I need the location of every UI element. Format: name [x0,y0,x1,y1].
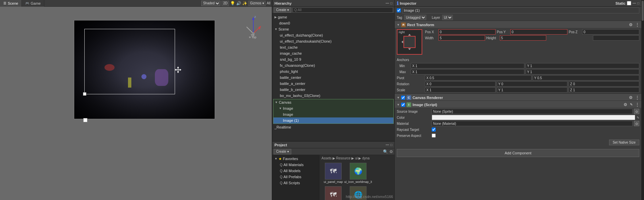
list-item[interactable]: Image [273,111,393,117]
list-item[interactable]: snd_bg_10 9 [272,56,394,62]
project-minimize[interactable]: — [386,143,389,147]
asset-item[interactable]: 🗺 ui_panel_map [321,162,345,184]
object-name-field[interactable] [402,7,639,13]
min-x-field[interactable] [411,63,524,68]
inspector-icon: ℹ [397,1,398,6]
list-item[interactable]: text_cache [272,44,394,50]
list-item[interactable]: ui_effect_duizhang(Clone) [272,32,394,38]
set-native-size-btn[interactable]: Set Native Size [609,140,639,145]
image-script-header[interactable]: ▼ I Image (Script) ⚙ ✎ ⋮ [395,101,641,108]
hierarchy-create-btn[interactable]: Create ▾ [274,7,291,13]
inspector-minimize[interactable]: — [633,1,636,5]
width-field[interactable] [438,35,485,41]
list-item-selected[interactable]: Image (1) [273,117,393,123]
fx-icon[interactable]: ✨ [242,1,247,6]
list-item[interactable]: Q All Materials [273,162,318,168]
list-item[interactable]: battle_center [272,74,394,81]
rect-transform-dots[interactable]: ⋮ [635,22,639,27]
asset-item[interactable]: 🌍 ui_icon_worldmap_3 [346,162,370,184]
rot-x-field[interactable] [425,81,496,87]
layer-select[interactable]: UI [442,15,453,20]
pivot-x-field[interactable] [425,75,531,81]
inspector-maximize[interactable]: □ [637,1,639,5]
list-item[interactable]: Q All Scripts [273,180,318,186]
project-maximize[interactable]: □ [390,143,392,147]
rect-transform-settings[interactable]: ⚙ [629,22,633,27]
min-y-field[interactable] [526,63,639,68]
settings-icon[interactable]: ⚙ [389,149,393,154]
project-header: Project — □ [272,142,394,148]
light-icon[interactable]: 💡 [230,1,235,6]
list-item[interactable]: image_cache [272,50,394,56]
max-x-field[interactable] [411,69,524,74]
max-y-field[interactable] [526,69,639,74]
pivot-label: Pivot [397,76,424,80]
anchor-widget[interactable]: right [397,29,422,55]
source-image-field[interactable] [432,109,633,114]
audio-icon[interactable]: 🔊 [236,1,241,6]
transform-handle[interactable] [83,118,87,122]
source-image-pick-btn[interactable]: ⊙ [634,109,639,114]
list-item-canvas[interactable]: ▼ Canvas [273,99,393,105]
list-item[interactable]: battle_a_center [272,81,394,87]
list-item[interactable]: Q All Prefabs [273,174,318,180]
search-icon[interactable]: 🔍 [383,149,388,154]
add-component-btn[interactable]: Add Component [397,149,639,157]
scale-y-field[interactable] [497,87,567,93]
scale-x-field[interactable] [425,87,496,93]
img-edit[interactable]: ✎ [630,103,633,106]
gizmos-btn[interactable]: Gizmos ▾ [248,1,266,6]
hierarchy-item-label: Scene [278,27,289,31]
material-pick-btn[interactable]: ⊙ [634,121,639,126]
posz-field[interactable] [582,29,639,35]
rect-transform-header[interactable]: ▼ R Rect Transform ⚙ ⋮ [395,21,641,28]
two-d-toggle[interactable]: 2D [221,1,229,6]
preserve-checkbox[interactable] [432,134,436,138]
color-swatch[interactable] [432,115,635,120]
color-edit-icon[interactable]: ✎ [637,116,639,119]
rot-y-field[interactable] [497,81,567,87]
tab-game[interactable]: 🎮 Game [22,0,44,7]
asset-item[interactable]: 🗺 ui_icon_worldmap_8 [321,186,345,200]
posy-field[interactable] [510,29,567,35]
shaded-select[interactable]: Shaded [201,1,220,6]
list-item[interactable]: battle_b_center [272,87,394,93]
tag-select[interactable]: Untagged [404,15,426,20]
hierarchy-minimize[interactable]: — [386,1,389,5]
object-active-checkbox[interactable] [397,8,401,12]
hierarchy-search[interactable] [293,7,393,13]
list-item[interactable]: down0 [272,20,394,26]
img-dots[interactable]: ⋮ [635,102,639,107]
hierarchy-item-label: Canvas [279,100,291,104]
height-field[interactable] [500,35,547,41]
project-create-btn[interactable]: Create ▾ [274,149,291,154]
tab-scene[interactable]: ☰ Scene [0,0,22,7]
list-item[interactable]: _Realtime [272,124,394,130]
list-item[interactable]: Q All Models [273,168,318,174]
top-label: ≡ Top [249,36,256,39]
inspector-scrollbar[interactable] [641,0,644,200]
canvas-renderer-header[interactable]: ▼ C Canvas Renderer ⚙ ⋮ [395,94,641,101]
img-settings[interactable]: ⚙ [624,102,627,107]
list-item[interactable]: ▼ Scene [272,26,394,32]
canvas-renderer-icon: C [406,95,411,100]
list-item[interactable]: bo_mx_laohu_03(Clone) [272,93,394,99]
list-item[interactable]: ▶ game [272,14,394,20]
scale-z-field[interactable] [569,87,639,93]
material-field[interactable] [432,121,633,126]
extra-field[interactable] [593,35,640,41]
hierarchy-maximize[interactable]: □ [390,1,392,5]
list-item[interactable]: ▼ Image [273,105,393,111]
list-item[interactable]: photo_light [272,68,394,74]
list-item[interactable]: fx_chuansong(Clone) [272,62,394,68]
static-checkbox[interactable] [627,1,631,5]
move-gizmo[interactable] [175,66,181,73]
list-item[interactable]: ui_effect_zhandoukaishi(Clone) [272,38,394,44]
posx-field[interactable] [438,29,496,35]
raycast-checkbox[interactable] [432,128,436,132]
cr-dots[interactable]: ⋮ [635,95,639,100]
cr-settings[interactable]: ⚙ [629,95,633,100]
pivot-y-field[interactable] [533,75,639,81]
min-label: Min [399,64,410,68]
rot-z-field[interactable] [569,81,639,87]
